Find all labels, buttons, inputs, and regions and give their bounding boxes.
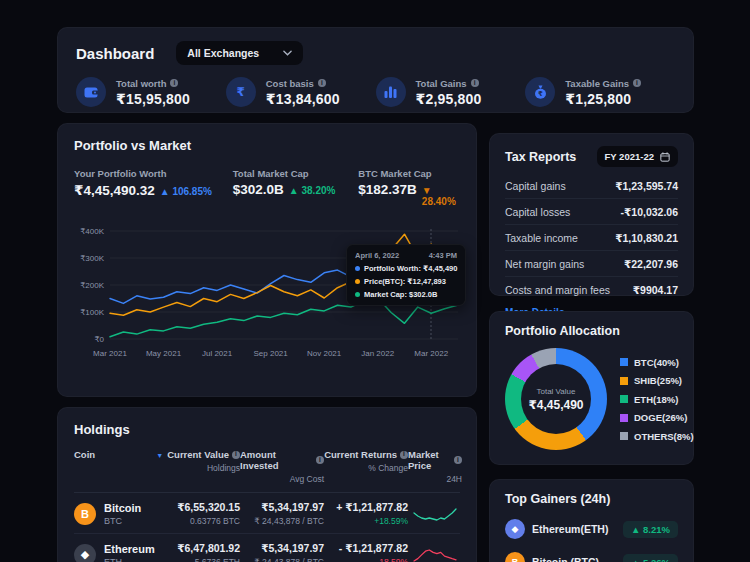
header-card: Dashboard All Exchanges Total worth ₹15,… [57,27,694,113]
column-sublabel: Holdings [207,463,240,473]
stat-label: Your Portfolio Worth [74,168,233,179]
coin-cell: ◆ Ethereum ETH [74,543,148,562]
legend-item-btc: BTC(40%) [620,357,694,368]
amount-invested: ₹5,34,197.97 [261,542,324,554]
info-icon[interactable] [318,79,326,87]
column-market-price[interactable]: Market Price 24H [408,449,462,484]
card-title: Tax Reports [505,150,576,164]
chart-tooltip: April 6, 2022 4:43 PM Portfolio Worth: ₹… [346,244,466,306]
portfolio-worth-stat: Your Portfolio Worth ₹4,45,490.32 ▲ 106.… [74,168,233,207]
column-sublabel: 24H [446,474,462,484]
header-row: Dashboard All Exchanges [76,41,675,65]
gain-badge: ▲ 8.21% [623,521,678,538]
series-dot-icon [355,266,360,271]
legend-swatch-icon [620,377,628,385]
stat-change: ▼ 28.40% [422,185,460,207]
info-icon[interactable] [400,451,408,459]
gainer-row-ethereum[interactable]: ◆ Ethereum(ETH) ▲ 8.21% [505,519,678,539]
amount-invested-cell: ₹5,34,197.97₹ 24,43,878 / BTC [240,501,324,526]
tooltip-item-text: Portfolio Worth: ₹4,45,490 [364,264,457,273]
info-icon[interactable] [232,451,240,459]
card-title: Holdings [74,422,460,437]
trend-arrow-icon: ▼ [422,185,432,196]
wallet-icon [76,77,106,107]
gainer-row-bitcoin[interactable]: B Bitcoin (BTC) ▲ 5.26% [505,552,678,562]
holdings-amount: 5.6736 ETH [195,557,240,562]
bar-chart-icon [376,77,406,107]
chevron-down-icon [283,50,292,56]
stat-taxable-gains: ₹ Taxable Gains ₹1,25,800 [525,77,675,107]
info-icon[interactable] [471,79,479,87]
card-title: Portfolio vs Market [74,138,460,153]
donut-center: Total Value ₹4,45,490 [521,364,591,434]
stat-label-text: Total worth [116,78,166,89]
stat-value: ₹2,95,800 [416,91,482,107]
coin-name: Bitcoin [104,502,141,514]
info-icon[interactable] [170,79,178,87]
gainer-coin: ◆ Ethereum(ETH) [505,519,608,539]
fiscal-year-selector[interactable]: FY 2021-22 [597,146,678,167]
exchange-selector[interactable]: All Exchanges [176,41,303,65]
price-sparkline [412,547,458,562]
table-row-ethereum[interactable]: ◆ Ethereum ETH ₹6,47,801.925.6736 ETH ₹5… [74,534,460,562]
stat-label: Total Market Cap [233,168,359,179]
stat-total-worth: Total worth ₹15,95,800 [76,77,226,107]
svg-text:Mar 2021: Mar 2021 [93,349,127,358]
column-coin[interactable]: Coin [74,449,148,460]
info-icon[interactable] [316,456,324,464]
gainer-coin: B Bitcoin (BTC) [505,552,599,562]
amount-invested: ₹5,34,197.97 [261,501,324,513]
up-arrow-icon: ▲ [631,524,640,535]
line-chart-area[interactable]: ₹400K₹300K₹200K₹100K₹0Mar 2021May 2021Ju… [74,215,460,361]
gainer-name: Ethereum(ETH) [532,523,608,535]
svg-text:₹0: ₹0 [94,335,104,344]
tooltip-item-text: Market Cap: $302.0B [364,290,437,299]
stat-value: ₹15,95,800 [116,91,190,107]
column-label: Current Returns [324,449,397,460]
svg-text:Jul 2021: Jul 2021 [202,349,233,358]
holdings-card: Holdings Coin Current Value Holdings Amo… [57,407,477,562]
legend-swatch-icon [620,395,628,403]
coin-cell: B Bitcoin BTC [74,502,148,526]
stat-value-row: $182.37B ▼ 28.40% [358,182,460,207]
rupee-icon: ₹ [226,77,256,107]
stat-text: Total worth ₹15,95,800 [116,78,190,107]
stat-value: $182.37B [358,182,417,197]
column-label: Market Price [408,449,451,471]
tooltip-header: April 6, 2022 4:43 PM [355,251,457,260]
gain-badge: ▲ 5.26% [623,554,678,562]
allocation-legend: BTC(40%) SHIB(25%) ETH(18%) DOGE(26%) OT… [620,357,694,442]
column-current-returns[interactable]: Current Returns % Change [324,449,408,473]
tooltip-item: Portfolio Worth: ₹4,45,490 [355,264,457,273]
sort-desc-icon [156,449,164,460]
change-pct: 28.40% [422,196,456,207]
stat-change: ▲ 38.20% [289,185,336,196]
total-value: ₹4,45,490 [528,398,583,412]
returns-pct: +18.59% [374,516,408,526]
legend-item-doge: DOGE(26%) [620,412,694,423]
legend-swatch-icon [620,432,628,440]
svg-text:Sep 2021: Sep 2021 [253,349,288,358]
legend-swatch-icon [620,358,628,366]
returns-pct: -18.59% [376,557,408,562]
table-row-bitcoin[interactable]: B Bitcoin BTC ₹6,55,320.150.63776 BTC ₹5… [74,493,460,534]
svg-text:Jan 2022: Jan 2022 [361,349,394,358]
returns: - ₹1,21,877.82 [339,542,408,554]
allocation-donut-chart[interactable]: Total Value ₹4,45,490 [505,348,607,450]
stat-label: BTC Market Cap [358,168,460,179]
ethereum-icon: ◆ [74,544,96,562]
ethereum-icon: ◆ [505,519,525,539]
tax-row-capital-losses: Capital losses-₹10,032.06 [505,199,678,225]
column-current-value[interactable]: Current Value Holdings [148,449,240,473]
column-amount-invested[interactable]: Amount Invested Avg Cost [240,449,324,484]
total-market-cap-stat: Total Market Cap $302.0B ▲ 38.20% [233,168,359,207]
info-icon[interactable] [454,456,462,464]
stat-cost-basis: ₹ Cost basis ₹13,84,600 [226,77,376,107]
column-sublabel: Avg Cost [290,474,324,484]
info-icon[interactable] [633,79,641,87]
current-value-cell: ₹6,47,801.925.6736 ETH [148,542,240,562]
tax-label: Costs and margin fees [505,284,610,296]
tax-header: Tax Reports FY 2021-22 [505,146,678,167]
legend-label: BTC(40%) [634,357,679,368]
current-value: ₹6,55,320.15 [177,501,240,513]
